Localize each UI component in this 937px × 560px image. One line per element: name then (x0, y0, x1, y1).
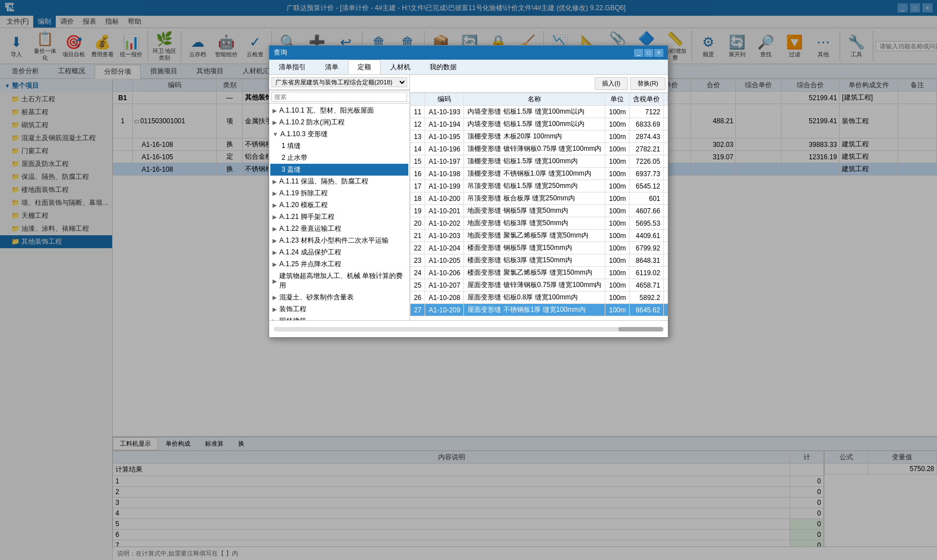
tree-item[interactable]: ▶ A.1.25 井点降水工程 (270, 258, 408, 270)
tree-item-label: A.1.10.1 瓦、型材、阳光板屋面 (279, 106, 374, 115)
result-row[interactable]: 21 A1-10-203 地面变形缝 聚氯乙烯板5厚 缝宽50mm内 100m … (411, 230, 668, 242)
modal-tab-labor[interactable]: 人材机 (381, 60, 420, 74)
modal-tabs: 清单指引 清单 定额 人材机 我的数据 (269, 60, 668, 75)
col-num (411, 93, 425, 106)
tree-arrow-icon: ▶ (273, 261, 277, 267)
col-tax-price: 含税单价 (630, 93, 664, 106)
tree-item-label: A.1.11 保温、隔热、防腐工程 (279, 177, 368, 186)
tree-item-label: A.1.10.2 防水(涧)工程 (279, 118, 345, 127)
modal-minimize-button[interactable]: _ (634, 49, 643, 57)
tree-content: ▶ A.1.10.1 瓦、型材、阳光板屋面 ▶ A.1.10.2 防水(涧)工程… (269, 104, 409, 320)
result-row[interactable]: 25 A1-10-207 屋面变形缝 镀锌薄钢板0.75厚 缝宽100mm内 1… (411, 279, 668, 292)
tree-item-label: 装饰工程 (279, 304, 306, 314)
tree-toolbar: 广东省房屋建筑与装饰工程综合定额(2018) (269, 75, 409, 90)
tree-item[interactable]: ▶ A.1.20 模板工程 (270, 199, 408, 211)
tree-arrow-icon: ▶ (273, 249, 277, 256)
result-row[interactable]: 26 A1-10-208 屋面变形缝 铝板0.8厚 缝宽100mm内 100m … (411, 292, 668, 304)
tree-search-input[interactable] (271, 92, 407, 102)
tree-item[interactable]: 2 止水带 (270, 152, 408, 164)
tree-item-selected[interactable]: 3 盖缝 (270, 164, 408, 176)
tree-item-label: A.1.22 垂直运输工程 (279, 224, 341, 234)
modal-close-button[interactable]: × (654, 49, 663, 57)
replace-quota-button[interactable]: 替换(R) (630, 77, 666, 90)
result-table-panel: 插入(I) 替换(R) 编码 名称 单位 含税单价 不含税单价 (410, 75, 668, 320)
col-notax-price: 不含税单价 (664, 93, 668, 106)
modal-dialog[interactable]: 查询 _ □ × 清单指引 清单 定额 人材机 我的数据 广东省房屋建筑与装饰工… (269, 45, 668, 338)
tree-arrow-icon: ▶ (273, 238, 277, 244)
tree-item[interactable]: ▶ 混凝土、砂浆制作含量表 (270, 292, 408, 303)
quota-book-select[interactable]: 广东省房屋建筑与装饰工程综合定额(2018) (271, 77, 407, 87)
tree-arrow-icon: ▶ (273, 278, 277, 284)
tree-item[interactable]: ▶ A.1.22 垂直运输工程 (270, 223, 408, 235)
modal-tab-quota[interactable]: 定额 (348, 60, 381, 74)
tree-item[interactable]: ▶ 装饰工程 (270, 303, 408, 315)
tree-arrow-icon: ▶ (273, 119, 277, 126)
modal-bottom-bar (269, 320, 668, 337)
tree-arrow-icon: ▶ (273, 202, 277, 208)
tree-arrow-icon: ▼ (273, 131, 278, 137)
tree-item[interactable]: ▶ A.1.21 脚手架工程 (270, 211, 408, 223)
tree-item[interactable]: ▶ A.1.19 拆除工程 (270, 187, 408, 199)
tree-arrow-icon: ▶ (273, 226, 277, 232)
modal-tab-list-guide[interactable]: 清单指引 (269, 60, 315, 74)
result-table-container[interactable]: 编码 名称 单位 含税单价 不含税单价 11 A1-10-193 (410, 93, 668, 320)
tree-item[interactable]: ▶ A.1.11 保温、隔热、防腐工程 (270, 176, 408, 187)
tree-item[interactable]: ▼ A.1.10.3 变形缝 (270, 128, 408, 140)
tree-item-label: 3 盖缝 (282, 165, 301, 174)
tree-arrow-icon: ▶ (273, 190, 277, 196)
tree-item-label: A.1.19 拆除工程 (279, 189, 328, 198)
result-row-selected[interactable]: 27 A1-10-209 屋面变形缝 不锈钢板1厚 缝宽100mm内 100m … (411, 304, 668, 316)
modal-header: 查询 _ □ × (269, 46, 668, 60)
modal-title: 查询 (274, 48, 287, 57)
modal-tab-list[interactable]: 清单 (315, 60, 348, 74)
result-table-toolbar: 插入(I) 替换(R) (410, 75, 668, 93)
result-row[interactable]: 19 A1-10-201 地面变形缝 钢板5厚 缝宽50mm内 100m 460… (411, 205, 668, 217)
tree-panel: 广东省房屋建筑与装饰工程综合定额(2018) ▶ A.1.10.1 瓦、型材、阳… (269, 75, 410, 320)
result-row[interactable]: 17 A1-10-199 吊顶变形缝 铝板1.5厚 缝宽250mm内 100m … (411, 180, 668, 192)
modal-close-buttons: _ □ × (634, 49, 663, 57)
tree-item-label: 园林建筑 (279, 316, 306, 320)
result-row[interactable]: 15 A1-10-197 顶棚变形缝 铝板1.5厚 缝宽100mm内 100m … (411, 155, 668, 168)
tree-arrow-icon: ▶ (273, 306, 277, 312)
tree-item-label: A.1.25 井点降水工程 (279, 259, 341, 269)
tree-item[interactable]: 1 填缝 (270, 140, 408, 152)
col-unit: 单位 (605, 93, 630, 106)
modal-body: 广东省房屋建筑与装饰工程综合定额(2018) ▶ A.1.10.1 瓦、型材、阳… (269, 75, 668, 320)
tree-arrow-icon: ▶ (273, 107, 277, 114)
result-row[interactable]: 18 A1-10-200 吊顶变形缝 板合板厚 缝宽250mm内 100m 60… (411, 192, 668, 205)
result-row[interactable]: 20 A1-10-202 地面变形缝 铝板3厚 缝宽50mm内 100m 569… (411, 217, 668, 230)
tree-search-area (269, 90, 409, 104)
modal-tab-mydata[interactable]: 我的数据 (420, 60, 466, 74)
result-row[interactable]: 11 A1-10-193 内墙变形缝 铝板1.5厚 缝宽100mm以内 100m… (411, 106, 668, 118)
tree-item[interactable]: ▶ A.1.24 成品保护工程 (270, 247, 408, 258)
modal-maximize-button[interactable]: □ (644, 49, 653, 57)
modal-overlay[interactable]: 查询 _ □ × 清单指引 清单 定额 人材机 我的数据 广东省房屋建筑与装饰工… (0, 0, 937, 560)
insert-quota-button[interactable]: 插入(I) (595, 77, 627, 90)
result-row[interactable]: 23 A1-10-205 楼面变形缝 铝板3厚 缝宽150mm内 100m 86… (411, 254, 668, 267)
tree-item[interactable]: ▶ 园林建筑 (270, 315, 408, 320)
tree-item-label: A.1.24 成品保护工程 (279, 248, 341, 257)
col-name: 名称 (464, 93, 605, 106)
result-row[interactable]: 12 A1-10-194 内墙变形缝 铝板1.5厚 缝宽100mm以内 100m… (411, 118, 668, 131)
tree-item[interactable]: ▶ A.1.23 材料及小型构件二次水平运输 (270, 235, 408, 247)
tree-item-label: A.1.20 模板工程 (279, 200, 328, 210)
tree-arrow-icon: ▶ (273, 178, 277, 185)
tree-item-label: A.1.10.3 变形缝 (280, 129, 328, 139)
tree-item-label: 混凝土、砂浆制作含量表 (279, 293, 354, 302)
tree-item-label: A.1.21 脚手架工程 (279, 212, 334, 222)
tree-item[interactable]: ▶ A.1.10.1 瓦、型材、阳光板屋面 (270, 105, 408, 117)
result-row[interactable]: 13 A1-10-195 顶棚变形缝 木板20厚 100mm内 100m 287… (411, 131, 668, 143)
tree-item[interactable]: ▶ 建筑物超高增加人工、机械 单独计算的费用 (270, 270, 408, 292)
tree-item-label: A.1.23 材料及小型构件二次水平运输 (279, 236, 389, 245)
result-row[interactable]: 22 A1-10-204 楼面变形缝 钢板5厚 缝宽150mm内 100m 67… (411, 242, 668, 254)
result-row[interactable]: 24 A1-10-206 楼面变形缝 聚氯乙烯板5厚 缝宽150mm内 100m… (411, 267, 668, 279)
tree-item-label: 1 填缝 (282, 141, 301, 151)
result-table: 编码 名称 单位 含税单价 不含税单价 11 A1-10-193 (410, 93, 668, 316)
col-code: 编码 (425, 93, 464, 106)
tree-item-label: 建筑物超高增加人工、机械 单独计算的费用 (279, 271, 406, 290)
tree-item[interactable]: ▶ A.1.10.2 防水(涧)工程 (270, 117, 408, 128)
tree-item-label: 2 止水带 (282, 153, 307, 163)
result-row[interactable]: 16 A1-10-198 顶棚变形缝 不锈钢板1.0厚 缝宽100mm内 100… (411, 168, 668, 180)
result-row[interactable]: 14 A1-10-196 顶棚变形缝 镀锌薄钢板0.75厚 缝宽100mm内 1… (411, 143, 668, 155)
tree-arrow-icon: ▶ (273, 214, 277, 220)
